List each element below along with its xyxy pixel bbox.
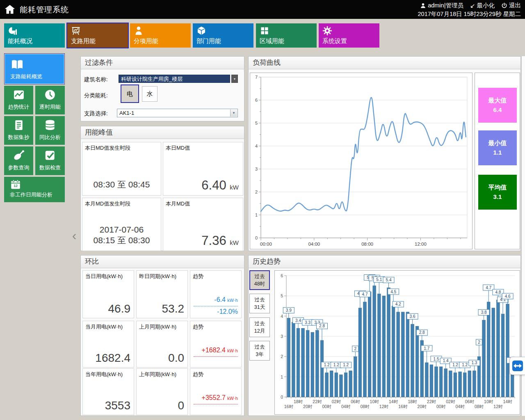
svg-text:3: 3 (255, 167, 258, 171)
history-trend-title: 历史趋势 (249, 256, 520, 268)
card-value: 53.2 (162, 302, 185, 315)
trend-value: +3552.7 kW·h (202, 394, 238, 402)
day-md-period-card: 本日MD值发生时段 08:30 至 08:45 (82, 142, 161, 196)
history-trend-panel: 历史趋势 过去48时过去31天过去12月过去3年 01234563.916时3.… (248, 255, 521, 416)
svg-text:18时: 18时 (294, 399, 303, 404)
building-select-value: 科研设计院生产用房_楼层 (121, 76, 183, 82)
range-button-48h[interactable]: 过去48时 (249, 270, 270, 290)
minimize-button[interactable]: ↙ 最小化 (470, 2, 495, 9)
sidebar-collapse-arrow[interactable]: ‹ (70, 228, 79, 244)
nav-tab-area-energy[interactable]: 区域用能 (256, 23, 317, 48)
sidebar-item-hourly-energy[interactable]: 逐时用能 (35, 86, 65, 114)
sidebar-item-nonworkday-analysis[interactable]: 12非工作日用能分析 (4, 177, 65, 202)
grid-icon (260, 26, 269, 36)
peak-panel-title: 用能峰值 (81, 126, 244, 139)
app-window: 能耗管理系统 admin|管理员 ↙ 最小化 退出 2017年07月18日 15… (0, 0, 525, 420)
sidebar-item-data-check[interactable]: 数据检查 (35, 146, 65, 175)
card-value: 0.0 (168, 352, 184, 365)
card-label: 上年同期(kW·h) (139, 371, 176, 378)
trend-value: +1682.4 kW·h (202, 347, 238, 354)
svg-text:12: 12 (14, 184, 18, 188)
svg-text:08时: 08时 (475, 404, 484, 409)
load-curve-stats: 最大值 6.4 最小值 1.1 平均值 3.1 (475, 73, 520, 249)
branch-select[interactable]: AK1-1 ▼ (117, 109, 238, 117)
range-button-12m[interactable]: 过去12月 (249, 317, 270, 337)
nav-tab-subitem-energy[interactable]: 分项用能 (130, 23, 191, 48)
trend-divider (194, 404, 238, 404)
clock-icon (44, 89, 56, 101)
svg-text:10时: 10时 (484, 399, 493, 404)
nav-tab-department-energy[interactable]: 部门用能 (193, 23, 253, 48)
svg-text:7: 7 (255, 75, 258, 80)
svg-text:2.8: 2.8 (419, 330, 425, 335)
month-md-value-label: 本月MD值 (166, 200, 190, 208)
load-curve-title: 负荷曲线 (249, 57, 520, 69)
min-value-label: 最小值 (478, 139, 517, 147)
svg-text:06时: 06时 (351, 399, 360, 404)
svg-text:3.4: 3.4 (295, 318, 301, 323)
card-value: 3553 (105, 399, 130, 412)
sidebar-item-parameter-query[interactable]: 参数查询 (4, 146, 33, 175)
svg-text:08:00: 08:00 (361, 242, 373, 247)
category-electricity-button[interactable]: 电 (121, 84, 139, 103)
sidebar-item-trend-stats[interactable]: 趋势统计 (4, 86, 33, 114)
remote-access-tab[interactable] (509, 357, 525, 375)
db-icon (44, 119, 56, 131)
card-value: 0 (178, 399, 184, 412)
svg-text:06时: 06时 (465, 399, 475, 404)
svg-text:6: 6 (255, 98, 258, 103)
nav-tab-label: 能耗概况 (8, 37, 32, 45)
svg-text:2: 2 (255, 189, 258, 194)
sidebar-item-label: 数据集抄 (4, 134, 33, 141)
user-label: admin|管理员 (428, 2, 463, 9)
user-account[interactable]: admin|管理员 (420, 2, 463, 9)
svg-text:04:00: 04:00 (308, 242, 320, 247)
day-md-value-card: 本日MD值 6.40 kW (163, 142, 243, 196)
nav-tab-energy-overview[interactable]: 能耗概况 (4, 23, 65, 48)
svg-text:2: 2 (354, 347, 357, 351)
building-select[interactable]: 科研设计院生产用房_楼层 (119, 75, 230, 83)
range-button-3y[interactable]: 过去3年 (249, 341, 270, 361)
filter-panel-title: 过滤条件 (81, 57, 244, 69)
card-value: 46.9 (108, 302, 131, 315)
avg-value-box: 平均值 3.1 (478, 175, 517, 210)
svg-text:3.9: 3.9 (286, 308, 292, 313)
easel-chart-icon (71, 26, 81, 36)
svg-text:12时: 12时 (379, 404, 389, 409)
svg-text:04时: 04时 (456, 404, 465, 409)
card-label: 当日用电(kW·h) (85, 273, 123, 280)
cube-icon (196, 26, 206, 36)
svg-text:4: 4 (281, 314, 283, 319)
avg-value-label: 平均值 (478, 184, 517, 192)
svg-text:3.3: 3.3 (305, 320, 310, 325)
svg-text:3: 3 (281, 334, 283, 339)
svg-text:20时: 20时 (303, 404, 313, 409)
book-icon (10, 58, 24, 72)
range-button-31d[interactable]: 过去31天 (249, 294, 270, 313)
sidebar-item-data-readout[interactable]: 数据集抄 (4, 116, 33, 145)
month-md-value-card: 本月MD值 7.36 kW (163, 198, 243, 251)
card-value: 1682.4 (95, 352, 130, 365)
category-water-button[interactable]: 水 (142, 86, 158, 102)
sidebar-item-branch-overview[interactable]: 支路能耗概览 (4, 53, 65, 84)
card-label: 趋势 (193, 371, 203, 378)
building-select-arrow-icon[interactable]: ▼ (231, 75, 238, 83)
peak-usage-panel: 用能峰值 本日MD值发生时段 08:30 至 08:45 本日MD值 6.40 … (80, 126, 244, 251)
svg-text:2.8: 2.8 (319, 324, 325, 328)
card-label: 趋势 (193, 323, 203, 331)
svg-text:02时: 02时 (332, 399, 341, 404)
svg-text:00:00: 00:00 (260, 242, 272, 247)
nav-tab-branch-energy[interactable]: 支路用能 (67, 23, 128, 48)
svg-text:04时: 04时 (341, 404, 351, 409)
app-title: 能耗管理系统 (20, 5, 69, 15)
svg-text:0: 0 (281, 395, 283, 399)
nav-tab-label: 支路用能 (71, 37, 96, 45)
sidebar-item-yoy-analysis[interactable]: 同比分析 (35, 116, 65, 145)
svg-text:02时: 02时 (446, 399, 455, 404)
branch-select-arrow-icon: ▼ (230, 110, 237, 116)
max-value-label: 最大值 (478, 97, 517, 105)
person-icon (134, 26, 144, 36)
logout-button[interactable]: 退出 (501, 2, 521, 9)
minimize-label: 最小化 (477, 2, 495, 9)
nav-tab-system-settings[interactable]: 系统设置 (319, 23, 379, 48)
